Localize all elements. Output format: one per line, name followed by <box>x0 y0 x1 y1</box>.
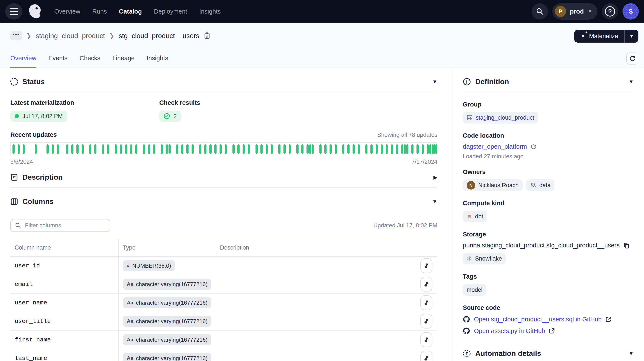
column-name: user_id <box>15 263 40 269</box>
column-name: user_name <box>15 300 47 306</box>
reload-code-location-icon[interactable] <box>530 144 536 150</box>
materialization-tick <box>401 144 403 154</box>
materialization-tick <box>301 144 304 154</box>
nav-item-runs[interactable]: Runs <box>92 8 107 15</box>
source-code-row: Open assets.py in GitHub <box>463 327 634 335</box>
materialization-tick <box>404 144 406 154</box>
column-lineage-button[interactable] <box>420 258 432 273</box>
code-location-label: Code location <box>463 132 634 139</box>
search-icon <box>15 222 21 229</box>
tab-lineage[interactable]: Lineage <box>112 49 134 67</box>
tab-checks[interactable]: Checks <box>80 49 100 67</box>
materialization-tick <box>210 144 212 154</box>
column-lineage-button[interactable] <box>420 277 432 292</box>
materialization-tick <box>365 144 368 154</box>
materialization-tick <box>18 144 20 154</box>
description-expand-caret[interactable]: ▶ <box>434 174 437 180</box>
description-header: Description <box>216 239 416 256</box>
tab-overview[interactable]: Overview <box>10 49 36 67</box>
materialization-tick <box>89 144 91 154</box>
column-lineage-button[interactable] <box>420 295 432 310</box>
nav-item-deployment[interactable]: Deployment <box>154 8 187 15</box>
materialization-tick <box>204 144 206 154</box>
compute-kind-pill[interactable]: ✦ dbt <box>463 211 487 222</box>
search-icon[interactable] <box>532 3 548 19</box>
storage-kind-pill[interactable]: ❄ Snowflake <box>463 253 506 264</box>
source-code-link[interactable]: Open stg_cloud_product__users.sql in Git… <box>474 316 602 323</box>
info-icon <box>463 78 471 86</box>
filter-columns-input[interactable] <box>24 222 106 229</box>
columns-table-header: Column name Type Description <box>10 239 437 256</box>
deployment-name: prod <box>570 8 584 15</box>
materialize-button[interactable]: ✦✦ Materialize ▼ <box>574 30 638 43</box>
materialization-tick <box>342 144 344 154</box>
automation-icon <box>463 349 471 358</box>
deployment-avatar: P <box>555 6 566 17</box>
nav-item-insights[interactable]: Insights <box>199 8 221 15</box>
column-lineage-button[interactable] <box>420 351 432 361</box>
type-header: Type <box>118 239 216 256</box>
nav-item-overview[interactable]: Overview <box>54 8 80 15</box>
copy-storage-path-icon[interactable] <box>623 242 630 249</box>
materialization-tick <box>324 144 326 154</box>
hamburger-menu-icon[interactable] <box>5 3 22 19</box>
storage-label: Storage <box>463 231 634 238</box>
nav-right: P prod ▼ ? S <box>532 3 639 19</box>
text-type-icon: Aa <box>127 318 134 324</box>
materialization-tick <box>186 144 188 154</box>
nav-item-catalog[interactable]: Catalog <box>119 8 142 15</box>
status-collapse-caret[interactable]: ▼ <box>432 79 437 85</box>
timeline-segment <box>11 143 50 155</box>
columns-collapse-caret[interactable]: ▼ <box>432 199 437 205</box>
source-code-row: Open stg_cloud_product__users.sql in Git… <box>463 316 634 323</box>
code-location-link[interactable]: dagster_open_platform <box>463 143 527 150</box>
tab-events[interactable]: Events <box>48 49 68 67</box>
materialization-tick <box>306 144 309 154</box>
materialize-dropdown-caret[interactable]: ▼ <box>625 34 638 39</box>
source-code-link[interactable]: Open assets.py in GitHub <box>474 328 545 335</box>
materialization-tick <box>199 144 201 154</box>
tags-label: Tags <box>463 273 634 280</box>
group-pill[interactable]: staging_cloud_product <box>463 112 538 123</box>
check-results-pill[interactable]: 2 <box>159 111 181 122</box>
materialization-tick <box>422 144 424 154</box>
materialization-tick <box>135 144 137 154</box>
materialization-tick <box>278 144 280 154</box>
breadcrumb-parent-link[interactable]: staging_cloud_product <box>36 32 105 40</box>
columns-table: Column name Type Description user_id#NUM… <box>10 239 437 361</box>
refresh-button[interactable] <box>626 52 638 64</box>
owner-name: Nicklaus Roach <box>478 182 519 189</box>
materialization-tick <box>22 144 25 154</box>
deployment-switcher[interactable]: P prod ▼ <box>552 3 598 19</box>
tab-insights[interactable]: Insights <box>146 49 168 67</box>
materialization-tick <box>12 144 15 154</box>
table-row: last_nameAacharacter varying(16777216) <box>10 349 437 361</box>
group-name: staging_cloud_product <box>476 114 534 121</box>
breadcrumb-ellipsis-button[interactable]: ••• <box>10 31 22 40</box>
automation-title: Automation details <box>475 349 541 358</box>
definition-collapse-caret[interactable]: ▼ <box>628 79 634 85</box>
asset-catalog-page: OverviewRunsCatalogDeploymentInsights P … <box>0 0 644 361</box>
tag-value: model <box>467 287 482 293</box>
column-lineage-button[interactable] <box>420 314 432 329</box>
column-type: character varying(16777216) <box>136 281 208 288</box>
materialization-tick <box>396 144 398 154</box>
materialization-tick <box>120 144 122 154</box>
latest-materialization-pill[interactable]: Jul 17, 8:02 PM <box>10 111 67 122</box>
code-location-loaded: Loaded 27 minutes ago <box>463 153 634 160</box>
materialization-tick <box>348 144 350 154</box>
automation-collapse-caret[interactable]: ▼ <box>628 351 634 357</box>
table-row: first_nameAacharacter varying(16777216) <box>10 331 437 349</box>
materialization-tick <box>352 144 355 154</box>
recent-updates-label: Recent updates <box>10 131 57 138</box>
materialization-tick <box>168 144 171 154</box>
materialization-tick <box>214 144 216 154</box>
user-avatar[interactable]: S <box>622 3 639 19</box>
help-icon[interactable]: ? <box>602 3 618 19</box>
storage-path: purina.staging_cloud_product.stg_cloud_p… <box>463 242 620 249</box>
materialization-tick <box>181 144 184 154</box>
column-lineage-button[interactable] <box>420 332 432 347</box>
copy-asset-name-icon[interactable] <box>204 32 210 39</box>
materialization-tick <box>370 144 372 154</box>
recent-updates-timeline[interactable] <box>10 142 437 155</box>
